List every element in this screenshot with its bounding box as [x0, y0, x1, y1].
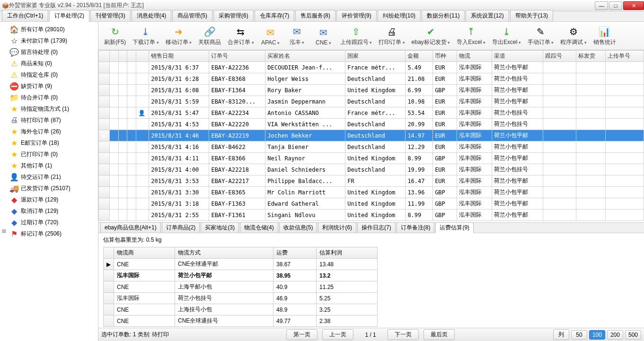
table-row[interactable]: 2015/8/31 3:30EBAY-E8365Mr Colin Marriot… [99, 187, 644, 198]
menu-tab[interactable]: 工作台(Ctrl+1) [2, 10, 48, 21]
table-row[interactable]: 2015/8/31 4:53EBAY-A22220VIA Werkstätten… [99, 119, 644, 130]
toolbar-button[interactable]: 🔗关联商品 [195, 23, 224, 48]
table-row[interactable]: 2015/8/31 6:08EBAY-F1364Rory BakerUnited… [99, 85, 644, 96]
close-button[interactable]: ✕ [623, 1, 644, 10]
ship-row[interactable]: 泓丰国际荷兰小包平邮38.9513.2 [104, 270, 378, 281]
shipping-estimate-table[interactable]: 物流商物流方式运费估算利润▶CNECNE全球通平邮38.6713.48泓丰国际荷… [103, 247, 378, 327]
grid-header[interactable]: 币种 [433, 51, 457, 62]
expand-icon[interactable]: ⊞ [2, 228, 6, 234]
ship-row[interactable]: CNE上海挂号小包48.93.25 [104, 304, 378, 315]
ship-header[interactable]: 物流商 [114, 247, 175, 259]
detail-tab[interactable]: ebay商品信息(Alt+1) [100, 222, 161, 233]
table-row[interactable]: 2015/8/31 3:53EBAY-A22217Philippe Baldac… [99, 175, 644, 187]
menu-tab[interactable]: 系统设置(12) [466, 10, 509, 21]
sidebar-item[interactable]: ⚑标记订单 (2506) [0, 228, 98, 239]
ship-row[interactable]: ▶CNECNE全球通平邮38.6713.48 [104, 259, 378, 270]
sidebar-item[interactable]: ★海外仓订单 (26) [0, 126, 98, 137]
detail-tab[interactable]: 收款信息(5) [279, 222, 318, 233]
grid-header[interactable] [118, 51, 127, 62]
detail-tab[interactable]: 运费估算(9) [435, 222, 474, 233]
page-size-button[interactable]: 列 [553, 329, 569, 340]
toolbar-button[interactable]: ⤓下载订单 [130, 23, 162, 48]
toolbar-button[interactable]: ⇆合并订单 [225, 23, 257, 48]
grid-header[interactable] [110, 51, 118, 62]
menu-tab[interactable]: 评价管理(9) [336, 10, 377, 21]
sidebar-item[interactable]: ⚠商品未知 (0) [0, 58, 98, 69]
table-row[interactable]: 2015/8/31 2:55EBAY-F1361Singani NdlovuUn… [99, 210, 644, 221]
detail-tab[interactable]: 利润统计(6) [318, 222, 356, 233]
page-size-button[interactable]: 100 [589, 330, 605, 340]
grid-header[interactable]: 上传单号 [606, 51, 644, 62]
sidebar-item[interactable]: ◆退款订单 (129) [0, 194, 98, 205]
sidebar-item[interactable]: ◆过期订单 (720) [0, 217, 98, 228]
ship-row[interactable]: 泓丰国际荷兰小包挂号46.95.25 [104, 293, 378, 304]
pager-button[interactable]: 第一页 [286, 329, 318, 340]
menu-tab[interactable]: 刊登管理(3) [90, 10, 131, 21]
page-size-button[interactable]: 200 [607, 330, 623, 340]
minimize-button[interactable]: — [595, 1, 608, 10]
grid-header[interactable]: 物流 [457, 51, 492, 62]
pager-button[interactable]: 最后页 [423, 329, 455, 340]
table-row[interactable]: ▶2015/8/31 4:46EBAY-A22219Jochen BekkerD… [99, 130, 644, 141]
table-row[interactable]: 2015/8/31 4:11EBAY-E8366Neil RaynorUnite… [99, 153, 644, 164]
sidebar-item[interactable]: 📁待合并订单 (0) [0, 92, 98, 103]
grid-header[interactable]: 订单号 [209, 51, 265, 62]
grid-header[interactable]: 金额 [406, 51, 433, 62]
toolbar-button[interactable]: 📊销售统计 [591, 23, 619, 48]
sidebar-item[interactable]: 💬留言待处理 (0) [0, 46, 98, 58]
menu-tab[interactable]: 纠纷处理(10) [378, 10, 421, 21]
grid-header[interactable]: 国家 [345, 51, 406, 62]
detail-tab[interactable]: 订单备注(8) [397, 222, 435, 233]
toolbar-button[interactable]: ✉APAC [258, 24, 283, 48]
menu-tab[interactable]: 商品管理(5) [172, 10, 212, 21]
maximize-button[interactable]: □ [609, 1, 622, 10]
toolbar-button[interactable]: ✎手动订单 [525, 23, 557, 48]
menu-tab[interactable]: 售后服务(8) [295, 10, 335, 21]
table-row[interactable]: 2015/8/31 6:28EBAY-E8368Holger WeissDeut… [99, 73, 644, 85]
sidebar-item[interactable]: 🖨待打印订单 (87) [0, 114, 98, 126]
ship-header[interactable]: 物流方式 [175, 247, 273, 259]
grid-header[interactable]: 渠道 [492, 51, 543, 62]
grid-header[interactable]: 销售日期 [149, 51, 209, 62]
sidebar-item[interactable]: 🏠所有订单 (28010) [0, 24, 98, 35]
toolbar-button[interactable]: ↻刷新(F5) [101, 23, 129, 48]
detail-tab[interactable]: 操作日志(7) [357, 222, 396, 233]
table-row[interactable]: 2015/8/31 5:59EBAY-83120...Jasmin Depper… [99, 96, 644, 107]
toolbar-button[interactable]: ⇧上传跟踪号 [337, 23, 375, 48]
menu-tab[interactable]: 数据分析(11) [422, 10, 465, 21]
sidebar-item[interactable]: 🚚已发货订单 (25107) [0, 183, 98, 194]
toolbar-button[interactable]: ⚙程序调试 [557, 23, 590, 48]
table-row[interactable]: 2015/8/31 3:18EBAY-F1363Edward GatheralU… [99, 198, 644, 210]
sidebar-item[interactable]: ★其他订单 (1) [0, 160, 98, 171]
detail-tab[interactable]: 买家地址(3) [201, 222, 239, 233]
table-row[interactable]: 2015/8/31 4:00EBAY-A22218Daniel Schniede… [99, 164, 644, 175]
grid-header[interactable]: 标发货 [576, 51, 605, 62]
toolbar-button[interactable]: ➜移动订单 [163, 23, 195, 48]
grid-header[interactable] [127, 51, 136, 62]
toolbar-button[interactable]: ✉CNE [311, 24, 336, 48]
order-grid-container[interactable]: 销售日期订单号买家姓名国家金额币种物流渠道跟踪号标发货上传单号2015/8/31… [98, 50, 644, 223]
grid-header[interactable]: 买家姓名 [265, 51, 345, 62]
toolbar-button[interactable]: ✉泓丰 [284, 23, 310, 48]
table-row[interactable]: 2015/8/31 4:16EBAY-B4622Tanja BienerDeut… [99, 141, 644, 153]
sidebar-item[interactable]: ★已打印订单 (0) [0, 149, 98, 160]
order-grid[interactable]: 销售日期订单号买家姓名国家金额币种物流渠道跟踪号标发货上传单号2015/8/31… [98, 50, 644, 221]
toolbar-button[interactable]: ⤒导入Excel [454, 23, 488, 48]
grid-header[interactable]: 跟踪号 [543, 51, 576, 62]
menu-tab[interactable]: 订单处理(2) [49, 10, 89, 22]
page-size-button[interactable]: 500 [625, 330, 641, 340]
sidebar-item[interactable]: ⛔缺货订单 (9) [0, 80, 98, 92]
ship-header[interactable]: 估算利润 [316, 247, 377, 259]
detail-tab[interactable]: 订单商品(2) [162, 222, 200, 233]
detail-tab[interactable]: 物流仓储(4) [240, 222, 278, 233]
toolbar-button[interactable]: ⤓导出Excel [489, 23, 524, 48]
sidebar-item[interactable]: ⚠待指定仓库 (0) [0, 69, 98, 80]
toolbar-button[interactable]: 🖨打印订单 [376, 23, 408, 48]
menu-tab[interactable]: 帮助关于(13) [510, 10, 553, 21]
page-size-button[interactable]: 50 [571, 330, 587, 340]
grid-header[interactable] [136, 51, 149, 62]
grid-header[interactable] [99, 51, 110, 62]
ship-row[interactable]: CNECNE全球通挂号49.772.38 [104, 315, 378, 327]
sidebar-item[interactable]: ☆未付款订单 (1739) [0, 35, 98, 46]
table-row[interactable]: 2015/8/31 6:37EBAY-A22236DECOUDIER Jean-… [99, 62, 644, 73]
